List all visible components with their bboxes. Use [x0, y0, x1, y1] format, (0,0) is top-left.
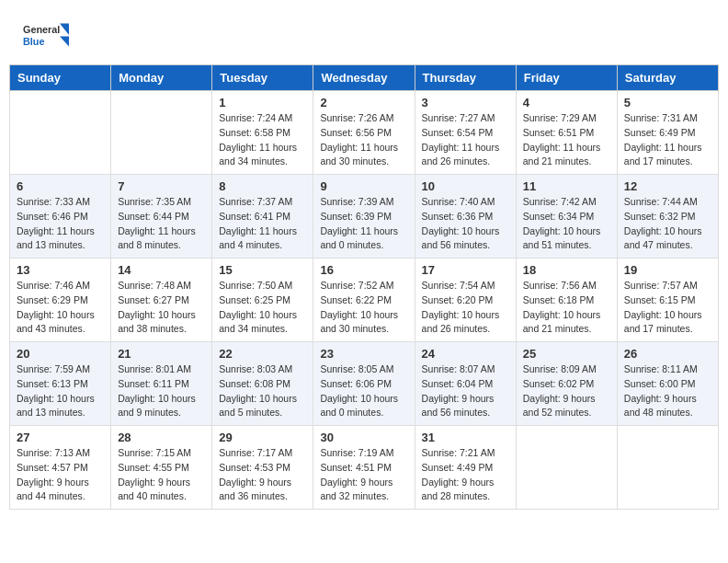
day-number: 15	[219, 263, 306, 277]
sunset-text: Sunset: 6:58 PM	[219, 126, 306, 141]
daylight-text: Daylight: 10 hours and 26 minutes.	[422, 308, 509, 338]
day-number: 24	[422, 347, 509, 361]
calendar-cell: 5Sunrise: 7:31 AMSunset: 6:49 PMDaylight…	[617, 91, 718, 175]
day-number: 7	[118, 179, 205, 193]
calendar-cell: 22Sunrise: 8:03 AMSunset: 6:08 PMDayligh…	[212, 342, 313, 426]
day-info: Sunrise: 8:07 AMSunset: 6:04 PMDaylight:…	[422, 362, 509, 420]
day-number: 28	[118, 431, 205, 444]
day-header-sunday: Sunday	[10, 65, 111, 91]
calendar-cell: 24Sunrise: 8:07 AMSunset: 6:04 PMDayligh…	[415, 342, 516, 426]
day-info: Sunrise: 7:13 AMSunset: 4:57 PMDaylight:…	[17, 446, 104, 504]
day-number: 18	[523, 263, 610, 277]
day-header-saturday: Saturday	[617, 65, 718, 91]
daylight-text: Daylight: 10 hours and 5 minutes.	[219, 392, 306, 421]
day-number: 9	[320, 179, 407, 193]
svg-marker-2	[60, 23, 69, 34]
daylight-text: Daylight: 10 hours and 34 minutes.	[219, 308, 306, 338]
calendar-cell: 7Sunrise: 7:35 AMSunset: 6:44 PMDaylight…	[111, 175, 212, 259]
sunrise-text: Sunrise: 7:40 AM	[422, 195, 509, 210]
daylight-text: Daylight: 11 hours and 8 minutes.	[118, 224, 205, 254]
daylight-text: Daylight: 10 hours and 43 minutes.	[17, 308, 104, 338]
calendar-cell: 19Sunrise: 7:57 AMSunset: 6:15 PMDayligh…	[617, 259, 718, 342]
sunset-text: Sunset: 4:57 PM	[17, 461, 104, 476]
calendar-cell: 18Sunrise: 7:56 AMSunset: 6:18 PMDayligh…	[516, 259, 617, 342]
sunset-text: Sunset: 6:56 PM	[320, 126, 407, 141]
sunset-text: Sunset: 6:39 PM	[320, 210, 407, 224]
day-number: 29	[219, 431, 306, 444]
sunset-text: Sunset: 6:00 PM	[624, 377, 711, 392]
day-info: Sunrise: 7:54 AMSunset: 6:20 PMDaylight:…	[422, 279, 509, 337]
calendar-cell: 21Sunrise: 8:01 AMSunset: 6:11 PMDayligh…	[111, 342, 212, 426]
calendar-cell: 23Sunrise: 8:05 AMSunset: 6:06 PMDayligh…	[313, 342, 415, 426]
calendar-cell: 29Sunrise: 7:17 AMSunset: 4:53 PMDayligh…	[212, 426, 313, 510]
calendar-cell: 10Sunrise: 7:40 AMSunset: 6:36 PMDayligh…	[415, 175, 516, 259]
day-info: Sunrise: 8:09 AMSunset: 6:02 PMDaylight:…	[523, 362, 610, 420]
day-info: Sunrise: 8:05 AMSunset: 6:06 PMDaylight:…	[320, 362, 407, 420]
day-info: Sunrise: 7:40 AMSunset: 6:36 PMDaylight:…	[422, 195, 509, 253]
daylight-text: Daylight: 9 hours and 36 minutes.	[219, 476, 306, 505]
calendar-cell: 14Sunrise: 7:48 AMSunset: 6:27 PMDayligh…	[111, 259, 212, 342]
daylight-text: Daylight: 10 hours and 21 minutes.	[523, 308, 610, 338]
sunrise-text: Sunrise: 7:37 AM	[219, 195, 306, 210]
calendar-cell	[111, 91, 212, 175]
day-info: Sunrise: 7:44 AMSunset: 6:32 PMDaylight:…	[624, 195, 711, 253]
calendar-week-row: 13Sunrise: 7:46 AMSunset: 6:29 PMDayligh…	[10, 259, 719, 342]
daylight-text: Daylight: 11 hours and 17 minutes.	[624, 141, 711, 170]
daylight-text: Daylight: 10 hours and 47 minutes.	[624, 224, 711, 254]
sunrise-text: Sunrise: 7:44 AM	[624, 195, 711, 210]
day-number: 17	[422, 263, 509, 277]
day-number: 21	[118, 347, 205, 361]
day-header-tuesday: Tuesday	[212, 65, 313, 91]
sunset-text: Sunset: 6:13 PM	[17, 377, 104, 392]
day-number: 14	[118, 263, 205, 277]
sunrise-text: Sunrise: 7:27 AM	[422, 111, 509, 126]
day-number: 22	[219, 347, 306, 361]
sunrise-text: Sunrise: 7:21 AM	[422, 446, 509, 461]
day-number: 16	[320, 263, 407, 277]
daylight-text: Daylight: 9 hours and 48 minutes.	[624, 392, 711, 421]
day-info: Sunrise: 8:01 AMSunset: 6:11 PMDaylight:…	[118, 362, 205, 420]
sunrise-text: Sunrise: 7:24 AM	[219, 111, 306, 126]
sunrise-text: Sunrise: 7:39 AM	[320, 195, 407, 210]
sunrise-text: Sunrise: 7:42 AM	[523, 195, 610, 210]
day-number: 4	[523, 96, 610, 109]
calendar-cell: 27Sunrise: 7:13 AMSunset: 4:57 PMDayligh…	[10, 426, 111, 510]
day-info: Sunrise: 7:35 AMSunset: 6:44 PMDaylight:…	[118, 195, 205, 253]
daylight-text: Daylight: 10 hours and 13 minutes.	[17, 392, 104, 421]
sunset-text: Sunset: 6:46 PM	[17, 210, 104, 224]
sunset-text: Sunset: 6:02 PM	[523, 377, 610, 392]
daylight-text: Daylight: 11 hours and 13 minutes.	[17, 224, 104, 254]
calendar-week-row: 6Sunrise: 7:33 AMSunset: 6:46 PMDaylight…	[10, 175, 719, 259]
sunrise-text: Sunrise: 8:07 AM	[422, 362, 509, 377]
sunset-text: Sunset: 6:11 PM	[118, 377, 205, 392]
sunset-text: Sunset: 6:54 PM	[422, 126, 509, 141]
calendar-cell: 1Sunrise: 7:24 AMSunset: 6:58 PMDaylight…	[212, 91, 313, 175]
sunrise-text: Sunrise: 7:13 AM	[17, 446, 104, 461]
sunrise-text: Sunrise: 8:01 AM	[118, 362, 205, 377]
sunrise-text: Sunrise: 7:48 AM	[118, 279, 205, 293]
sunrise-text: Sunrise: 8:11 AM	[624, 362, 711, 377]
daylight-text: Daylight: 11 hours and 30 minutes.	[320, 141, 407, 170]
day-number: 20	[17, 347, 104, 361]
calendar-cell: 16Sunrise: 7:52 AMSunset: 6:22 PMDayligh…	[313, 259, 415, 342]
logo-icon: General Blue	[23, 18, 69, 55]
sunset-text: Sunset: 6:08 PM	[219, 377, 306, 392]
daylight-text: Daylight: 10 hours and 30 minutes.	[320, 308, 407, 338]
daylight-text: Daylight: 11 hours and 4 minutes.	[219, 224, 306, 254]
calendar-cell	[516, 426, 617, 510]
sunset-text: Sunset: 6:18 PM	[523, 293, 610, 308]
day-info: Sunrise: 7:27 AMSunset: 6:54 PMDaylight:…	[422, 111, 509, 169]
day-info: Sunrise: 7:33 AMSunset: 6:46 PMDaylight:…	[17, 195, 104, 253]
day-number: 1	[219, 96, 306, 109]
day-number: 10	[422, 179, 509, 193]
calendar-cell: 28Sunrise: 7:15 AMSunset: 4:55 PMDayligh…	[111, 426, 212, 510]
daylight-text: Daylight: 10 hours and 9 minutes.	[118, 392, 205, 421]
day-info: Sunrise: 7:37 AMSunset: 6:41 PMDaylight:…	[219, 195, 306, 253]
sunset-text: Sunset: 6:34 PM	[523, 210, 610, 224]
day-number: 8	[219, 179, 306, 193]
calendar-cell: 25Sunrise: 8:09 AMSunset: 6:02 PMDayligh…	[516, 342, 617, 426]
day-info: Sunrise: 7:46 AMSunset: 6:29 PMDaylight:…	[17, 279, 104, 337]
calendar-week-row: 27Sunrise: 7:13 AMSunset: 4:57 PMDayligh…	[10, 426, 719, 510]
sunset-text: Sunset: 6:06 PM	[320, 377, 407, 392]
calendar-cell: 26Sunrise: 8:11 AMSunset: 6:00 PMDayligh…	[617, 342, 718, 426]
